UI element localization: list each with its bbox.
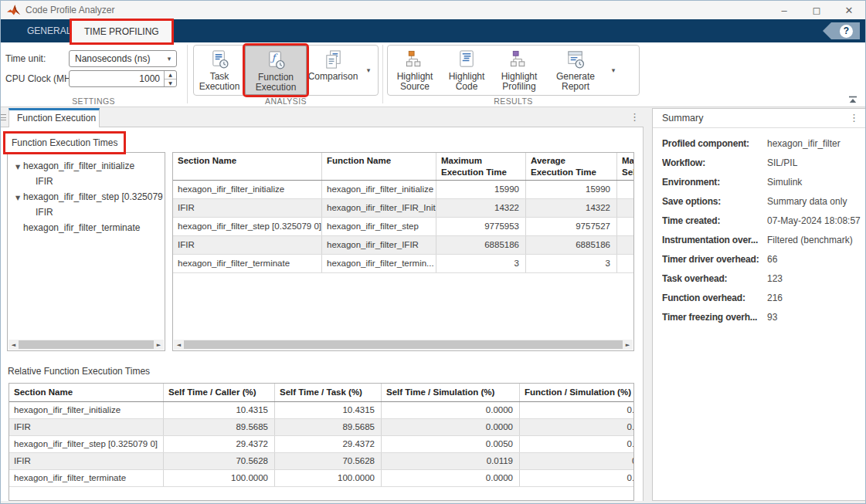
chevron-down-icon: ▾	[162, 55, 176, 63]
highlight-profiling-icon	[509, 49, 530, 70]
summary-field: Timer freezing overh...93	[653, 312, 865, 331]
summary-panel-overflow-icon[interactable]: ⋮	[849, 112, 859, 123]
ribbon-tab-bar: GENERAL TIME PROFILING ?	[1, 19, 865, 42]
summary-field: Time created:07-May-2024 18:08:57	[653, 215, 865, 235]
scrollbar-thumb[interactable]	[19, 340, 154, 349]
analysis-section-label: ANALYSIS	[193, 96, 379, 107]
scroll-left-icon[interactable]: ◄	[8, 340, 19, 350]
function-execution-times-title: Function Execution Times	[12, 137, 117, 148]
column-header[interactable]: Self Time / Simulation (%)	[382, 384, 520, 401]
maximize-button[interactable]: ◻	[800, 1, 833, 19]
table-header-row: Section Name Self Time / Caller (%) Self…	[9, 384, 633, 402]
title-bar: Code Profile Analyzer – ◻ ✕	[1, 1, 865, 19]
scroll-right-icon[interactable]: ►	[154, 340, 164, 350]
highlight-code-icon	[457, 49, 477, 70]
time-unit-value: Nanoseconds (ns)	[70, 53, 162, 64]
column-header[interactable]: MaSel	[617, 153, 634, 180]
tree-expanded-icon[interactable]: ▼	[12, 160, 23, 175]
results-more-button[interactable]: ▾	[604, 46, 623, 95]
table-row[interactable]: hexagon_ifir_filter_step [0.325079 0] 29…	[9, 436, 633, 453]
table-row[interactable]: hexagon_ifir_filter_terminate hexagon_if…	[173, 255, 633, 273]
relative-times-table: Section Name Self Time / Caller (%) Self…	[8, 383, 634, 501]
help-icon: ?	[840, 25, 853, 38]
tree-item[interactable]: IFIR	[8, 174, 165, 189]
summary-field: Environment:Simulink	[653, 177, 865, 196]
tree-expanded-icon[interactable]: ▼	[12, 191, 23, 206]
analysis-group: Task Execution ƒ Function Execution	[193, 45, 379, 96]
summary-field: Task overhead:123	[653, 273, 865, 293]
highlight-code-button[interactable]: Highlight Code	[442, 46, 491, 95]
summary-field: Instrumentation over...Filtered (benchma…	[653, 235, 865, 254]
tree-item[interactable]: IFIR	[8, 205, 165, 220]
function-execution-panel-overflow-icon[interactable]: ⋮	[630, 111, 640, 123]
time-unit-label: Time unit:	[5, 53, 46, 64]
comparison-button[interactable]: Comparison	[307, 46, 359, 95]
help-button[interactable]: ?	[823, 22, 860, 39]
table-row[interactable]: IFIR 70.5628 70.5628 0.0119 0.0	[9, 453, 633, 470]
annotation-box-function-execution-times: Function Execution Times	[5, 134, 124, 152]
time-unit-dropdown[interactable]: Nanoseconds (ns) ▾	[69, 50, 177, 67]
table-row[interactable]: hexagon_ifir_filter_initialize hexagon_i…	[173, 181, 633, 199]
spin-up-icon[interactable]: ▲	[165, 71, 176, 79]
table-row[interactable]: hexagon_ifir_filter_step [0.325079 0] he…	[173, 218, 633, 236]
summary-field: Function overhead:216	[653, 293, 865, 312]
execution-times-table: Section Name Function Name MaximumExecut…	[172, 152, 634, 351]
column-header[interactable]: AverageExecution Time	[526, 153, 617, 180]
scroll-left-icon[interactable]: ◄	[174, 340, 184, 350]
summary-field: Save options:Summary data only	[653, 196, 865, 215]
column-header[interactable]: Section Name	[173, 153, 322, 180]
comparison-icon	[323, 49, 344, 70]
table-row[interactable]: IFIR 89.5685 89.5685 0.0000 0.00	[9, 419, 633, 436]
collapse-ribbon-icon[interactable]	[847, 96, 858, 104]
settings-section-label: SETTINGS	[1, 96, 186, 107]
section-divider	[382, 45, 383, 103]
tree-horizontal-scrollbar[interactable]: ◄ ►	[8, 340, 164, 350]
results-section-label: RESULTS	[387, 96, 640, 107]
tree-item[interactable]: hexagon_ifir_filter_terminate	[8, 220, 165, 235]
table-horizontal-scrollbar[interactable]: ◄ ►	[174, 340, 633, 350]
generate-report-button[interactable]: Generate Report	[547, 46, 604, 95]
minimize-button[interactable]: –	[768, 1, 800, 19]
generate-report-icon	[565, 49, 586, 70]
tab-function-execution[interactable]: Function Execution	[8, 108, 100, 127]
scrollbar-thumb[interactable]	[184, 340, 623, 349]
window-title: Code Profile Analyzer	[25, 5, 114, 15]
column-header[interactable]: Self Time / Task (%)	[275, 384, 382, 401]
highlight-profiling-button[interactable]: Highlight Profiling	[491, 46, 547, 95]
tree-item[interactable]: ▼hexagon_ifir_filter_step [0.325079 0]	[8, 189, 165, 205]
highlight-source-button[interactable]: Highlight Source	[388, 46, 442, 95]
table-row[interactable]: IFIR hexagon_ifir_filter_IFIR_Init 14322…	[173, 199, 633, 218]
panel-menu-icon[interactable]	[0, 113, 6, 123]
table-row[interactable]: hexagon_ifir_filter_terminate 100.0000 1…	[9, 470, 633, 487]
column-header[interactable]: Function Name	[322, 153, 436, 180]
tab-time-profiling[interactable]: TIME PROFILING	[72, 21, 172, 42]
column-header[interactable]: MaximumExecution Time	[436, 153, 526, 180]
cpu-clock-stepper[interactable]: 1000 ▲ ▼	[69, 70, 177, 87]
summary-panel-header: Summary ⋮	[653, 109, 865, 128]
table-row[interactable]: hexagon_ifir_filter_initialize 10.4315 1…	[9, 402, 633, 419]
highlight-source-icon	[405, 49, 426, 70]
spin-down-icon[interactable]: ▼	[165, 79, 176, 87]
table-row[interactable]: IFIR hexagon_ifir_filter_IFIR 6885186 68…	[173, 236, 633, 255]
code-profile-analyzer-window: Code Profile Analyzer – ◻ ✕ GENERAL TIME…	[0, 0, 866, 504]
task-execution-icon	[209, 49, 230, 70]
column-header[interactable]: Self Time / Caller (%)	[164, 384, 275, 401]
analysis-more-button[interactable]: ▾	[359, 46, 378, 95]
scroll-right-icon[interactable]: ►	[623, 340, 633, 350]
cpu-clock-value: 1000	[70, 71, 164, 86]
task-execution-button[interactable]: Task Execution	[194, 46, 245, 95]
summary-title: Summary	[662, 113, 703, 123]
table-header-row: Section Name Function Name MaximumExecut…	[173, 153, 633, 181]
column-header[interactable]: Function / Simulation (%)	[520, 384, 634, 401]
function-execution-button[interactable]: ƒ Function Execution	[245, 46, 307, 95]
close-button[interactable]: ✕	[833, 1, 865, 19]
function-execution-icon: ƒ	[266, 50, 287, 71]
column-header[interactable]: Section Name	[9, 384, 164, 401]
summary-field: Timer driver overhead:66	[653, 254, 865, 273]
matlab-logo-icon	[7, 4, 20, 16]
function-tree: ▼hexagon_ifir_filter_initialize IFIR ▼he…	[7, 152, 165, 351]
relative-times-title: Relative Function Execution Times	[8, 366, 150, 377]
results-group: Highlight Source Highlight Code Highligh…	[387, 45, 640, 96]
tree-item[interactable]: ▼hexagon_ifir_filter_initialize	[8, 158, 165, 174]
toolstrip: Time unit: Nanoseconds (ns) ▾ CPU Clock …	[1, 42, 865, 107]
